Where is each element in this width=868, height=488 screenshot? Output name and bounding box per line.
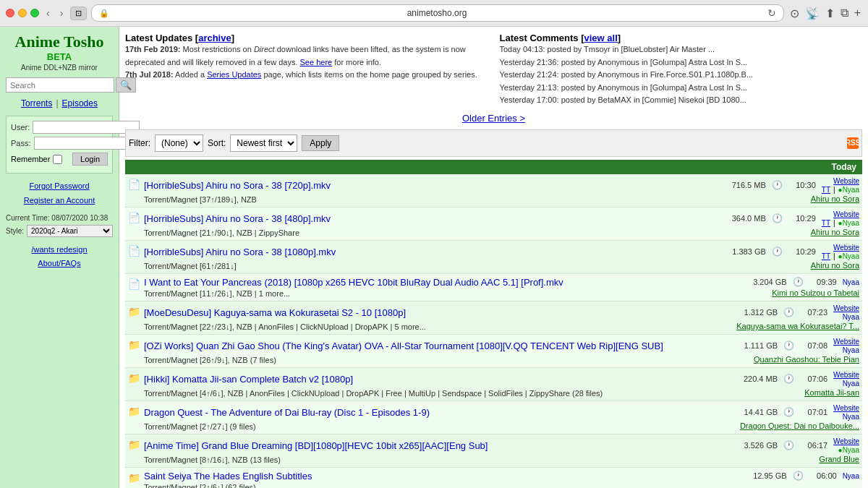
close-button[interactable]	[6, 9, 14, 17]
site-title: Anime Tosho	[6, 33, 113, 51]
meta-right: Website TT | ●Nyaa	[822, 210, 859, 227]
entry-title[interactable]: [Anime Time] Grand Blue Dreaming [BD][10…	[144, 440, 488, 451]
nyaa-link[interactable]: ●Nyaa	[838, 252, 859, 260]
entry-title[interactable]: [HorribleSubs] Ahiru no Sora - 38 [1080p…	[144, 247, 336, 257]
tt-link[interactable]: TT	[822, 219, 830, 227]
entry-title[interactable]: [Hikki] Komatta Jii-san Complete Batch v…	[144, 374, 353, 385]
entry-main: 📁 [Hikki] Komatta Jii-san Complete Batch…	[128, 371, 859, 398]
back-button[interactable]: ‹	[43, 6, 53, 20]
nyaa-link[interactable]: Nyaa	[843, 413, 859, 421]
entry-info: [HorribleSubs] Ahiru no Sora - 38 [480p]…	[144, 210, 859, 237]
entry-title[interactable]: [HorribleSubs] Ahiru no Sora - 38 [720p]…	[144, 180, 331, 191]
entry-links: Torrent/Magnet [8↑/16↓], NZB (13 files)	[144, 455, 281, 464]
wants-redesign-link[interactable]: /wants redesign	[6, 243, 113, 257]
rss-button[interactable]: 📡	[804, 5, 821, 22]
meta-right: Nyaa	[843, 278, 859, 286]
clock-icon: 🕐	[783, 307, 794, 317]
new-tab-button[interactable]: +	[853, 5, 862, 21]
nyaa-link[interactable]: Nyaa	[843, 380, 859, 388]
series-right: Kaguya-sama wa Kokurasetai? T...	[736, 321, 859, 331]
episodes-link[interactable]: Episodes	[62, 98, 98, 108]
see-here-link[interactable]: See here	[300, 58, 333, 67]
file-icon: 📄	[128, 212, 141, 223]
sort-select[interactable]: Newest first	[230, 134, 297, 152]
website-link[interactable]: Website	[833, 304, 859, 312]
clock-icon: 🕐	[772, 247, 783, 257]
website-link[interactable]: Website	[833, 210, 859, 218]
nyaa-link[interactable]: ●Nyaa	[838, 186, 859, 194]
new-window-button[interactable]: ⊡	[70, 7, 87, 20]
series-link[interactable]: Grand Blue	[819, 455, 859, 463]
forgot-password-link[interactable]: Forgot Password	[6, 179, 113, 194]
archive-link[interactable]: archive	[198, 33, 231, 43]
nyaa-link[interactable]: Nyaa	[843, 472, 859, 480]
view-all-link[interactable]: view all	[584, 33, 618, 43]
series-link[interactable]: Ahiru no Sora	[811, 228, 859, 236]
entry-meta: 1.111 GB 🕐 07:08 Website Nyaa	[727, 338, 859, 354]
entry-time: 10:29	[788, 247, 816, 256]
entry-time: 07:06	[800, 374, 827, 383]
extensions-button[interactable]: ⊙	[788, 5, 801, 22]
entry-row: [Hikki] Komatta Jii-san Complete Batch v…	[144, 371, 859, 388]
login-button[interactable]: Login	[72, 153, 108, 166]
series-link[interactable]: Kimi no Suizou o Tabetai	[772, 288, 859, 297]
entry-title[interactable]: Dragon Quest - The Adventure of Dai Blu-…	[144, 407, 430, 418]
remember-checkbox[interactable]	[53, 155, 62, 164]
series-link[interactable]: Komatta Jii-san	[804, 388, 859, 397]
entry-title[interactable]: [HorribleSubs] Ahiru no Sora - 38 [480p]…	[144, 213, 331, 224]
entry-title[interactable]: [MoeDesuDesu] Kaguya-sama wa Kokurasetai…	[144, 307, 406, 318]
share-button[interactable]: ⬆	[824, 5, 836, 22]
meta-right: Website Nyaa	[833, 404, 859, 421]
tt-link[interactable]: TT	[822, 252, 830, 260]
style-select[interactable]: 2020q2 - Akari	[27, 225, 113, 237]
older-entries-link[interactable]: Older Entries >	[462, 113, 525, 124]
search-input[interactable]	[6, 77, 114, 93]
file-icon: 📄	[128, 278, 141, 290]
tt-link[interactable]: TT	[822, 186, 830, 194]
minimize-button[interactable]	[18, 9, 27, 17]
register-account-link[interactable]: Register an Account	[6, 194, 113, 208]
forward-button[interactable]: ›	[57, 6, 67, 20]
entry-row: I Want to Eat Your Pancreas (2018) [1080…	[144, 277, 859, 288]
nyaa-link[interactable]: Nyaa	[843, 346, 859, 354]
series-link[interactable]: Ahiru no Sora	[811, 261, 859, 270]
rss-icon[interactable]: RSS	[847, 137, 859, 149]
filter-label: Filter:	[129, 138, 150, 148]
entry-info: I Want to Eat Your Pancreas (2018) [1080…	[144, 277, 859, 298]
entry-title[interactable]: Saint Seiya The Hades English Subtitles	[144, 471, 312, 481]
entry-main: 📁 Dragon Quest - The Adventure of Dai Bl…	[128, 404, 859, 431]
series-updates-link[interactable]: Series Updates	[207, 70, 261, 79]
entry-row: [Anime Time] Grand Blue Dreaming [BD][10…	[144, 437, 859, 454]
nyaa-link[interactable]: ●Nyaa	[838, 446, 859, 454]
address-bar[interactable]: 🔒 animetosho.org ↻	[91, 4, 783, 22]
nyaa-link[interactable]: Nyaa	[843, 313, 859, 321]
maximize-button[interactable]	[30, 9, 39, 17]
latest-update-line1: 17th Feb 2019: Most restrictions on Dire…	[125, 43, 488, 69]
entry-title[interactable]: [OZi Works] Quan Zhi Gao Shou (The King'…	[144, 341, 663, 351]
series-link[interactable]: Quanzhi Gaoshou: Tebie Pian	[754, 355, 859, 364]
nyaa-link[interactable]: ●Nyaa	[838, 219, 859, 227]
website-link[interactable]: Website	[833, 177, 859, 185]
torrents-link[interactable]: Torrents	[21, 98, 52, 108]
website-link[interactable]: Website	[833, 437, 859, 445]
entry-title[interactable]: I Want to Eat Your Pancreas (2018) [1080…	[144, 277, 563, 288]
series-link[interactable]: Dragon Quest: Dai no Daibouke...	[740, 421, 859, 430]
series-link[interactable]: Kaguya-sama wa Kokurasetai? T...	[736, 322, 859, 330]
filter-select[interactable]: (None)	[155, 134, 203, 152]
meta-right: Nyaa	[843, 472, 859, 480]
nyaa-link[interactable]: Nyaa	[843, 278, 859, 286]
series-right: Dragon Quest: Dai no Daibouke...	[740, 421, 859, 431]
site-beta: BETA	[6, 51, 113, 62]
website-link[interactable]: Website	[833, 244, 859, 252]
website-link[interactable]: Website	[833, 404, 859, 412]
reload-button[interactable]: ↻	[767, 7, 776, 19]
apply-button[interactable]: Apply	[302, 135, 339, 151]
website-link[interactable]: Website	[833, 371, 859, 379]
reading-view-button[interactable]: ⧉	[839, 5, 850, 21]
list-item: 📁 Dragon Quest - The Adventure of Dai Bl…	[125, 401, 862, 435]
clock-icon: 🕐	[793, 277, 804, 287]
about-faqs-link[interactable]: About/FAQs	[6, 257, 113, 271]
website-link[interactable]: Website	[833, 338, 859, 346]
list-item: 📁 Saint Seiya The Hades English Subtitle…	[125, 468, 862, 488]
series-link[interactable]: Ahiru no Sora	[811, 194, 859, 203]
